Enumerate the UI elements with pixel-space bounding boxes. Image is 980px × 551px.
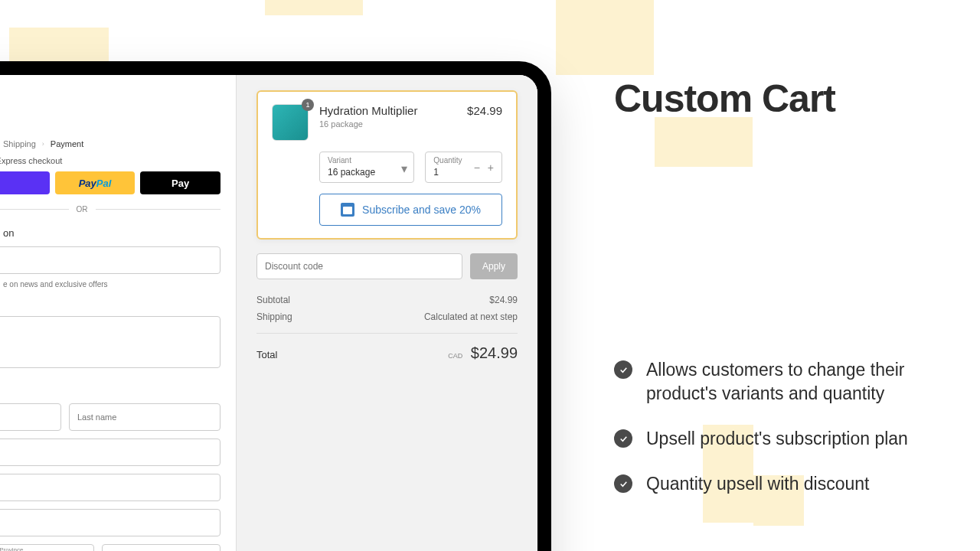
tablet-device: Shipping › Payment Express checkout PayP… xyxy=(0,61,551,551)
qty-plus-button[interactable]: + xyxy=(488,161,494,174)
news-offers-label: e on news and exclusive offers xyxy=(3,280,220,289)
firstname-field[interactable] xyxy=(0,403,61,431)
email-field[interactable] xyxy=(0,246,220,274)
discount-input[interactable] xyxy=(256,253,462,279)
subscribe-label: Subscribe and save 20% xyxy=(362,204,481,216)
subscribe-button[interactable]: Subscribe and save 20% xyxy=(319,194,502,226)
quantity-stepper: Quantity 1 − + xyxy=(425,152,502,183)
address-line-field[interactable] xyxy=(0,439,220,466)
product-variant-sub: 16 package xyxy=(319,119,456,129)
total-value: $24.99 xyxy=(471,344,518,361)
totals-divider xyxy=(256,333,518,334)
calendar-icon xyxy=(341,203,354,217)
total-currency: CAD xyxy=(448,352,462,360)
paypal-logo-a: Pay xyxy=(79,178,96,189)
check-icon xyxy=(614,360,632,379)
lastname-field[interactable] xyxy=(69,403,220,431)
product-name: Hydration Multiplier xyxy=(319,104,456,117)
shoppay-button[interactable] xyxy=(0,171,50,194)
quantity-value: 1 xyxy=(433,167,439,178)
feature-item: Quantity upsell with discount xyxy=(614,472,943,496)
chevron-right-icon: › xyxy=(42,140,44,148)
feature-text: Upsell product's subscription plan xyxy=(646,427,908,451)
apply-button[interactable]: Apply xyxy=(470,253,518,279)
breadcrumb-payment: Payment xyxy=(51,139,83,148)
contact-section-title: on xyxy=(3,227,220,239)
feature-text: Allows customers to change their product… xyxy=(646,358,943,406)
postal-field[interactable] xyxy=(102,544,220,551)
optional-field[interactable] xyxy=(0,474,220,501)
decor-square xyxy=(556,0,654,75)
feature-item: Upsell product's subscription plan xyxy=(614,427,943,451)
variant-label: Variant xyxy=(328,156,406,165)
product-image-wrap: 1 xyxy=(272,104,309,141)
divider xyxy=(96,209,221,210)
subtotal-label: Subtotal xyxy=(256,295,290,305)
applepay-label: Pay xyxy=(172,178,189,189)
chevron-down-icon: ▾ xyxy=(401,161,407,176)
shipping-value: Calculated at next step xyxy=(424,311,518,322)
decor-square xyxy=(265,0,363,15)
city-field[interactable] xyxy=(0,509,220,536)
divider-or: OR xyxy=(77,205,88,214)
variant-select[interactable]: Variant 16 package ▾ xyxy=(319,152,414,183)
checkout-info-panel: Shipping › Payment Express checkout PayP… xyxy=(0,75,236,551)
quantity-label: Quantity xyxy=(433,156,462,165)
cart-item-card: 1 Hydration Multiplier 16 package $24.99… xyxy=(256,90,518,240)
cart-panel: 1 Hydration Multiplier 16 package $24.99… xyxy=(236,75,537,551)
paypal-button[interactable]: PayPal xyxy=(55,171,136,194)
feature-item: Allows customers to change their product… xyxy=(614,358,943,406)
product-image xyxy=(272,104,309,141)
breadcrumb-shipping[interactable]: Shipping xyxy=(3,139,36,148)
check-icon xyxy=(614,429,632,448)
address-field[interactable] xyxy=(0,316,220,368)
product-price: $24.99 xyxy=(467,104,502,141)
paypal-logo-b: Pal xyxy=(96,178,112,189)
feature-text: Quantity upsell with discount xyxy=(646,472,870,496)
divider xyxy=(0,209,69,210)
feature-section: Custom Cart Allows customers to change t… xyxy=(614,77,943,517)
variant-value: 16 package xyxy=(328,167,375,178)
express-checkout-label: Express checkout xyxy=(0,156,106,165)
qty-badge: 1 xyxy=(302,99,314,111)
qty-minus-button[interactable]: − xyxy=(474,161,480,174)
shipping-label: Shipping xyxy=(256,311,292,322)
province-label: Province xyxy=(0,546,23,551)
feature-title: Custom Cart xyxy=(614,77,943,121)
total-label: Total xyxy=(256,349,277,360)
breadcrumb: Shipping › Payment xyxy=(0,139,220,148)
applepay-button[interactable]: Pay xyxy=(140,171,220,194)
subtotal-value: $24.99 xyxy=(489,295,518,305)
check-icon xyxy=(614,474,632,493)
